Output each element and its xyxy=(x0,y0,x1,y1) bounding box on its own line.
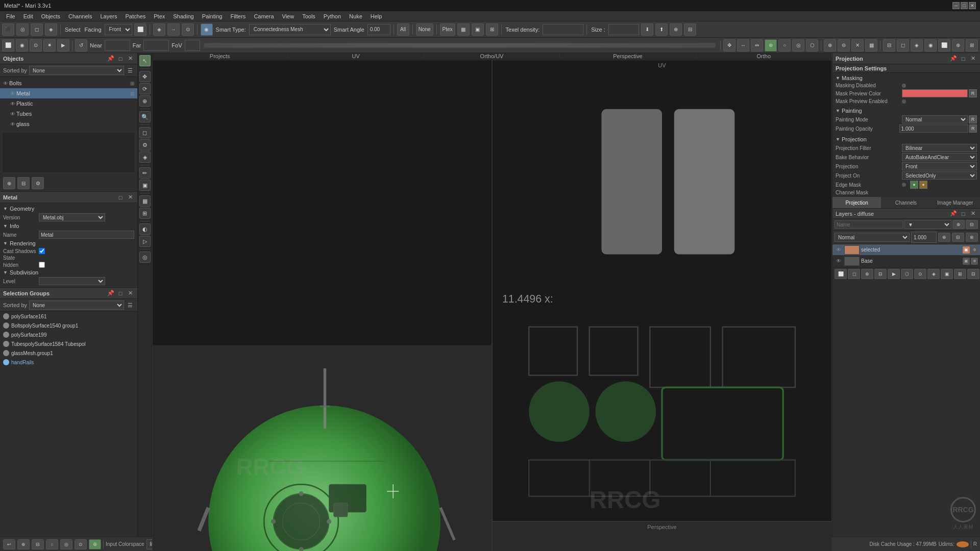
menu-tools[interactable]: Tools xyxy=(298,11,320,21)
project-on-dropdown[interactable]: SelectedOnly xyxy=(902,171,977,180)
tool-3[interactable]: ◈ xyxy=(139,152,151,163)
menu-objects[interactable]: Objects xyxy=(37,11,64,21)
toolbar2-move[interactable]: ✥ xyxy=(723,39,736,52)
toolbar-icon11[interactable]: ⊟ xyxy=(684,23,696,36)
tab-projects[interactable]: Projects xyxy=(152,53,288,59)
near-input[interactable] xyxy=(105,40,130,51)
tool-8[interactable]: ▷ xyxy=(139,236,151,247)
bottom-icon6[interactable]: ⊙ xyxy=(75,539,87,549)
menu-layers[interactable]: Layers xyxy=(96,11,121,21)
menu-nuke[interactable]: Nuke xyxy=(345,11,366,21)
geometry-header[interactable]: ▼ Geometry xyxy=(3,205,134,213)
toolbar2-ring[interactable]: ◎ xyxy=(792,39,804,52)
layers-close-icon[interactable]: ✕ xyxy=(969,210,977,218)
rendering-header[interactable]: ▼ Rendering xyxy=(3,239,134,247)
menu-edit[interactable]: Edit xyxy=(19,11,37,21)
hidden-checkbox[interactable] xyxy=(39,262,45,268)
layer-item-base[interactable]: 👁 Base ▣ ⊕ xyxy=(832,256,980,267)
toolbar-grid3[interactable]: ⊞ xyxy=(486,23,498,36)
toolbar-icon2[interactable]: ◎ xyxy=(16,23,29,36)
projection-pin-icon[interactable]: 📌 xyxy=(949,55,958,63)
maximize-button[interactable]: □ xyxy=(961,2,968,9)
object-glass[interactable]: 👁 glass xyxy=(0,119,137,129)
layers-blend-dropdown[interactable]: Normal xyxy=(835,233,910,242)
tubes-eye-icon[interactable]: 👁 xyxy=(10,111,15,117)
selection-sort-icon[interactable]: ☰ xyxy=(126,301,134,309)
tab-ortho[interactable]: Ortho xyxy=(696,53,832,59)
toolbar2-grid[interactable]: ▦ xyxy=(865,39,877,52)
level-dropdown[interactable] xyxy=(39,277,105,285)
toolbar-icon3[interactable]: ◻ xyxy=(31,23,43,36)
layer-btn-4[interactable]: ⊟ xyxy=(874,269,887,279)
bottom-icon2[interactable]: ⊕ xyxy=(17,539,30,549)
layers-sort-dropdown[interactable]: ▼ xyxy=(904,220,951,229)
toolbar2-icon20[interactable]: ⊞ xyxy=(966,39,978,52)
proj-tab-projection[interactable]: Projection xyxy=(832,197,881,208)
painting-header[interactable]: ▼ Painting xyxy=(836,107,977,115)
menu-help[interactable]: Help xyxy=(366,11,386,21)
layers-remove-btn[interactable]: ⊟ xyxy=(966,220,978,229)
selection-sort-dropdown[interactable]: None xyxy=(29,300,124,310)
layer-btn-7[interactable]: ⊙ xyxy=(914,269,926,279)
smart-angle-input[interactable] xyxy=(368,24,390,35)
selection-close-icon[interactable]: ✕ xyxy=(126,289,134,297)
selection-pin-icon[interactable]: 📌 xyxy=(107,289,115,297)
layer-btn-6[interactable]: ⬡ xyxy=(901,269,913,279)
menu-file[interactable]: File xyxy=(2,11,19,21)
objects-add-btn[interactable]: ⊕ xyxy=(3,177,15,189)
bake-behavior-dropdown[interactable]: AutoBakeAndClear xyxy=(902,153,977,161)
object-tubes[interactable]: 👁 Tubes xyxy=(0,109,137,119)
tool-rotate[interactable]: ⟳ xyxy=(139,83,151,94)
layer-icon-b[interactable]: ⊕ xyxy=(971,246,978,254)
painting-opacity-r-btn[interactable]: R xyxy=(969,124,977,133)
toolbar2-icon6[interactable]: ↺ xyxy=(75,39,87,52)
sel-item-polysurface199[interactable]: polySurface199 xyxy=(0,330,137,339)
none-btn[interactable]: None xyxy=(416,23,433,36)
toolbar2-icon16[interactable]: ◈ xyxy=(911,39,923,52)
tool-6[interactable]: ⊞ xyxy=(139,208,151,219)
toolbar2-arrow[interactable]: ↔ xyxy=(737,39,749,52)
toolbar-icon10[interactable]: ⊕ xyxy=(670,23,682,36)
toolbar2-icon17[interactable]: ◉ xyxy=(924,39,937,52)
object-plastic[interactable]: 👁 Plastic xyxy=(0,98,137,109)
glass-eye-icon[interactable]: 👁 xyxy=(10,121,15,127)
layer-item-selected[interactable]: 👁 selected ▣ ⊕ xyxy=(832,244,980,256)
layers-expand-icon[interactable]: □ xyxy=(959,210,967,218)
tab-orthouv[interactable]: Ortho/UV xyxy=(424,53,560,59)
texel-input[interactable] xyxy=(543,24,583,35)
painting-mode-r-btn[interactable]: R xyxy=(969,115,977,123)
size-input[interactable] xyxy=(608,24,639,35)
toolbar2-icon19[interactable]: ⊕ xyxy=(952,39,964,52)
all-btn[interactable]: All xyxy=(397,23,409,36)
ptex-btn[interactable]: Ptex xyxy=(440,23,455,36)
object-bolts[interactable]: 👁 Bolts ⊞ xyxy=(0,78,137,88)
mask-enabled-toggle[interactable] xyxy=(902,99,906,104)
toolbar2-icon3[interactable]: ⊙ xyxy=(30,39,42,52)
cast-shadows-checkbox[interactable] xyxy=(39,248,45,254)
tool-fill[interactable]: ▣ xyxy=(139,180,151,191)
minimize-button[interactable]: ─ xyxy=(952,2,960,9)
objects-pin-icon[interactable]: 📌 xyxy=(107,55,115,63)
layer-btn-8[interactable]: ◈ xyxy=(927,269,940,279)
proj-tab-image-manager[interactable]: Image Manager xyxy=(931,197,980,208)
toolbar2-icon1[interactable]: ⬜ xyxy=(2,39,14,52)
bottom-icon1[interactable]: ↩ xyxy=(3,539,15,549)
sel-item-tubes[interactable]: TubespolySurface1584 Tubespol xyxy=(0,339,137,348)
toolbar2-active[interactable]: ⊕ xyxy=(765,39,777,52)
layers-blend-btn1[interactable]: ⊕ xyxy=(938,233,950,242)
projection-close-icon[interactable]: ✕ xyxy=(969,55,977,63)
tool-1[interactable]: ◻ xyxy=(139,127,151,138)
toolbar-icon1[interactable]: ⬛ xyxy=(2,23,14,36)
toolbar2-scale[interactable]: ⇔ xyxy=(751,39,763,52)
object-metal[interactable]: 👁 Metal ⊞ xyxy=(0,88,137,98)
selection-expand-icon[interactable]: □ xyxy=(116,289,125,297)
layer-btn-2[interactable]: ◻ xyxy=(848,269,860,279)
menu-filters[interactable]: Filters xyxy=(226,11,250,21)
menu-python[interactable]: Python xyxy=(320,11,345,21)
layer-btn-11[interactable]: ⊟ xyxy=(967,269,979,279)
menu-channels[interactable]: Channels xyxy=(64,11,96,21)
toolbar2-cross[interactable]: ✕ xyxy=(851,39,864,52)
projection-expand-icon[interactable]: □ xyxy=(959,55,967,63)
layers-pin-icon[interactable]: 📌 xyxy=(949,210,958,218)
objects-expand-icon[interactable]: □ xyxy=(116,55,125,63)
